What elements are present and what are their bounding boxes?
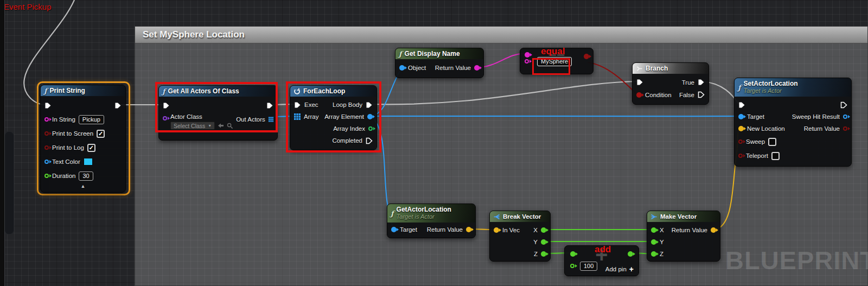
actor-class-label: Actor Class bbox=[170, 113, 233, 120]
equal-result-pin[interactable] bbox=[584, 54, 589, 59]
node-header: ƒ GetActorLocation Target is Actor bbox=[387, 204, 475, 223]
array-index-label: Array Index bbox=[333, 125, 365, 132]
y-pin[interactable] bbox=[541, 239, 546, 245]
array-pin[interactable] bbox=[294, 113, 301, 120]
y-label: Y bbox=[533, 239, 538, 245]
equal-input-a-pin[interactable] bbox=[525, 52, 530, 58]
array-label: Array bbox=[304, 113, 318, 120]
x-pin[interactable] bbox=[651, 227, 656, 233]
out-actors-array-pin[interactable] bbox=[269, 116, 273, 123]
node-equal-string[interactable]: == MySphere bbox=[520, 48, 593, 74]
exec-out-pin[interactable] bbox=[840, 101, 847, 109]
node-title: Get All Actors Of Class bbox=[168, 87, 239, 95]
text-color-swatch[interactable] bbox=[84, 158, 93, 166]
print-to-log-checkbox[interactable]: ✓ bbox=[87, 144, 95, 152]
node-header: ƒ SetActorLocation Target is Actor bbox=[735, 78, 851, 97]
add-input-b-pin[interactable] bbox=[570, 264, 575, 268]
print-to-screen-checkbox[interactable]: ✓ bbox=[97, 130, 105, 138]
node-title: SetActorLocation bbox=[744, 80, 798, 87]
loop-body-label: Loop Body bbox=[333, 101, 362, 108]
return-value-pin[interactable] bbox=[466, 227, 471, 232]
completed-pin[interactable] bbox=[366, 137, 373, 144]
array-element-pin[interactable] bbox=[367, 114, 373, 119]
array-index-pin[interactable] bbox=[368, 126, 373, 131]
false-pin[interactable] bbox=[698, 91, 705, 98]
equal-input-b-pin[interactable] bbox=[525, 59, 529, 63]
equal-b-value-field[interactable]: MySphere bbox=[537, 57, 572, 66]
comment-header[interactable]: Set MySphere Location bbox=[135, 27, 867, 43]
node-get-all-actors-of-class[interactable]: ƒ Get All Actors Of Class Actor Class Se… bbox=[158, 85, 278, 141]
exec-in-pin[interactable] bbox=[163, 102, 170, 109]
node-break-vector[interactable]: Break Vector In Vec X Y bbox=[489, 211, 551, 262]
node-branch[interactable]: Branch True Condition False bbox=[632, 62, 709, 105]
in-string-field[interactable]: Pickup bbox=[79, 115, 104, 124]
print-to-log-pin[interactable] bbox=[44, 145, 49, 150]
text-color-pin[interactable] bbox=[44, 160, 49, 164]
add-pin-button[interactable]: Add pin + bbox=[605, 266, 634, 272]
exec-in-pin[interactable] bbox=[738, 101, 745, 109]
sweep-hit-result-pin[interactable] bbox=[843, 115, 847, 119]
return-value-label: Return Value bbox=[672, 227, 707, 233]
exec-in-pin[interactable] bbox=[44, 102, 52, 109]
x-label: X bbox=[533, 227, 538, 233]
exec-label: Exec bbox=[304, 101, 318, 108]
return-value-pin[interactable] bbox=[711, 227, 716, 233]
function-icon: ƒ bbox=[738, 84, 741, 92]
target-pin[interactable] bbox=[738, 114, 744, 119]
add-result-pin[interactable] bbox=[628, 251, 633, 257]
completed-label: Completed bbox=[332, 137, 362, 144]
node-make-vector[interactable]: Make Vector X Return Value Y bbox=[647, 211, 720, 262]
add-input-a-pin[interactable] bbox=[570, 251, 576, 257]
object-label: Object bbox=[408, 65, 426, 71]
return-value-pin[interactable] bbox=[474, 65, 480, 71]
duration-field[interactable]: 30 bbox=[79, 171, 93, 181]
new-location-pin[interactable] bbox=[738, 126, 744, 131]
x-pin[interactable] bbox=[541, 227, 546, 233]
exec-out-pin[interactable] bbox=[114, 102, 122, 109]
true-pin[interactable] bbox=[698, 79, 705, 86]
node-get-actor-location[interactable]: ƒ GetActorLocation Target is Actor Targe… bbox=[387, 204, 476, 238]
actor-class-pin[interactable] bbox=[163, 116, 167, 120]
in-string-pin[interactable] bbox=[44, 117, 49, 122]
return-value-pin[interactable] bbox=[843, 126, 847, 131]
node-title: Print String bbox=[50, 87, 85, 94]
sweep-checkbox[interactable] bbox=[768, 138, 776, 146]
condition-pin[interactable] bbox=[636, 92, 642, 98]
z-label: Z bbox=[660, 251, 663, 257]
add-b-value-field[interactable]: 100 bbox=[580, 262, 597, 271]
teleport-pin[interactable] bbox=[738, 154, 743, 158]
node-print-string[interactable]: ƒ Print String In String Pickup Print to… bbox=[40, 85, 126, 193]
break-struct-icon bbox=[493, 213, 500, 220]
new-location-label: New Location bbox=[747, 125, 785, 132]
left-dock-strip bbox=[0, 0, 5, 286]
exec-in-pin[interactable] bbox=[636, 79, 643, 86]
array-element-label: Array Element bbox=[324, 113, 364, 120]
teleport-checkbox[interactable] bbox=[771, 152, 780, 160]
z-pin[interactable] bbox=[651, 251, 656, 257]
exec-out-pin[interactable] bbox=[266, 102, 273, 109]
add-pin-plus-icon: + bbox=[629, 266, 634, 272]
return-value-label: Return Value bbox=[435, 65, 471, 71]
add-pin-label: Add pin bbox=[605, 266, 627, 272]
browse-magnifier-icon[interactable] bbox=[227, 123, 233, 129]
print-to-screen-pin[interactable] bbox=[44, 131, 49, 136]
object-pin[interactable] bbox=[399, 65, 405, 71]
target-pin[interactable] bbox=[391, 227, 397, 232]
node-get-display-name[interactable]: ƒ Get Display Name Object Return Value bbox=[395, 48, 484, 78]
collapse-arrow[interactable]: ▲ bbox=[41, 183, 125, 189]
z-pin[interactable] bbox=[541, 251, 546, 257]
select-class-dropdown[interactable]: Select Class ▼ bbox=[170, 122, 215, 130]
blueprint-graph-canvas[interactable]: Set MySphere Location BLUEPRINT Event Pi… bbox=[0, 0, 868, 286]
node-add-float[interactable]: + 100 Add pin + bbox=[564, 245, 639, 276]
in-vec-pin[interactable] bbox=[494, 227, 499, 233]
sweep-pin[interactable] bbox=[738, 139, 743, 144]
y-pin[interactable] bbox=[651, 239, 656, 245]
node-set-actor-location[interactable]: ƒ SetActorLocation Target is Actor Targe… bbox=[734, 78, 852, 167]
return-value-label: Return Value bbox=[804, 125, 840, 132]
duration-pin[interactable] bbox=[44, 174, 49, 178]
use-selected-arrow-icon[interactable] bbox=[218, 123, 224, 129]
node-foreach-loop[interactable]: ForEachLoop Exec Loop Body Array bbox=[290, 85, 377, 150]
loop-body-pin[interactable] bbox=[366, 101, 373, 109]
exec-in-pin[interactable] bbox=[294, 101, 301, 109]
in-string-label: In String bbox=[52, 116, 75, 123]
